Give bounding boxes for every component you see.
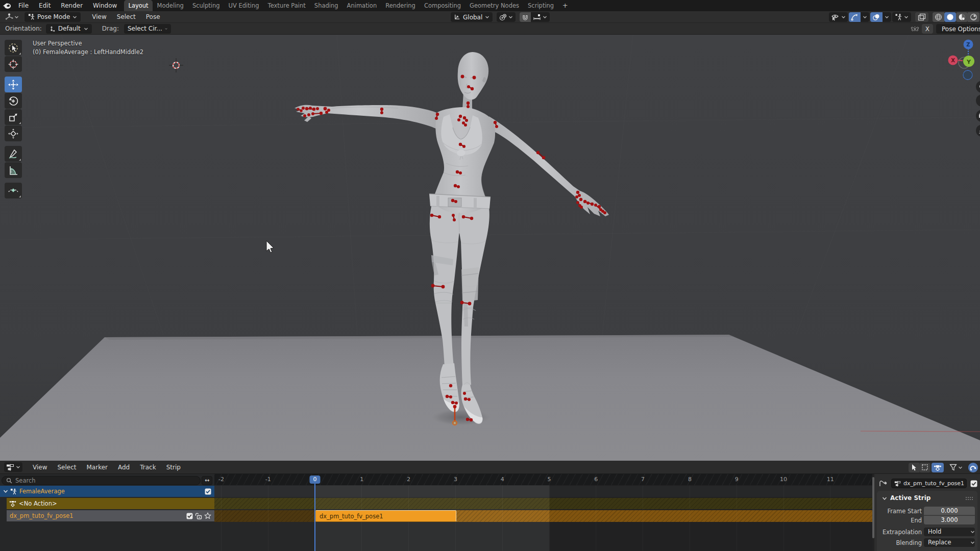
mode-dropdown[interactable]: Pose Mode <box>24 12 81 22</box>
shading-wireframe-button[interactable] <box>933 12 944 22</box>
nla-strip[interactable]: dx_pm_tuto_fv_pose1 <box>315 510 456 522</box>
tab-sculpting[interactable]: Sculpting <box>188 0 224 11</box>
lock-open-icon[interactable] <box>195 513 202 519</box>
panel-grip-icon[interactable] <box>965 496 973 500</box>
tab-compositing[interactable]: Compositing <box>420 0 465 11</box>
show-gizmo-toggle[interactable] <box>849 12 861 22</box>
menu-select[interactable]: Select <box>112 13 141 20</box>
show-object-types-dropdown[interactable] <box>829 12 848 22</box>
chevron-down-icon <box>863 15 867 19</box>
show-overlays-toggle[interactable] <box>870 12 883 22</box>
nla-menu-view[interactable]: View <box>28 464 52 471</box>
nla-menu-add[interactable]: Add <box>113 464 135 471</box>
tab-uv-editing[interactable]: UV Editing <box>224 0 263 11</box>
nla-menu-strip[interactable]: Strip <box>161 464 186 471</box>
snap-curve-icon <box>970 464 976 471</box>
nla-channels-panel: Search ↔ FemaleAverage <box>0 474 214 551</box>
tool-scale[interactable] <box>5 109 22 125</box>
shading-solid-button[interactable] <box>944 12 956 22</box>
extrapolation-dropdown[interactable]: Hold <box>924 528 975 536</box>
nla-filter-dropdown[interactable] <box>948 463 964 472</box>
tab-geometry-nodes[interactable]: Geometry Nodes <box>465 0 524 11</box>
select-box-icon <box>921 464 928 471</box>
tab-layout[interactable]: Layout <box>124 0 153 11</box>
current-frame-badge[interactable]: 0 <box>310 475 321 484</box>
blender-logo-icon[interactable] <box>0 0 13 11</box>
tool-breakdowner[interactable] <box>5 183 22 198</box>
navigation-gizmo[interactable]: Z X Y <box>939 35 980 121</box>
menu-render[interactable]: Render <box>56 0 88 11</box>
star-icon[interactable] <box>204 512 211 519</box>
panel-collapse-chevron[interactable] <box>882 496 887 501</box>
orientation-dropdown[interactable]: Default <box>46 24 92 34</box>
gizmo-dropdown[interactable] <box>861 12 869 22</box>
viewport-3d[interactable]: User Perspective (0) FemaleAverage : Lef… <box>0 35 980 461</box>
animdata-icon <box>879 480 888 488</box>
nla-menu-select[interactable]: Select <box>52 464 81 471</box>
tab-rendering[interactable]: Rendering <box>381 0 420 11</box>
nla-menu-track[interactable]: Track <box>135 464 161 471</box>
menu-pose[interactable]: Pose <box>141 13 165 20</box>
mirror-butterfly-icon <box>911 25 919 33</box>
menu-window[interactable]: Window <box>88 0 122 11</box>
nla-menu-marker[interactable]: Marker <box>82 464 113 471</box>
tab-shading[interactable]: Shading <box>310 0 342 11</box>
end-input[interactable]: 3.000 <box>924 516 975 524</box>
playhead[interactable] <box>314 477 315 551</box>
tool-rotate[interactable] <box>5 93 22 109</box>
track-enable-checkbox[interactable] <box>186 513 193 519</box>
nla-markers-toggle[interactable] <box>932 463 944 472</box>
tool-move[interactable] <box>5 77 22 92</box>
nla-snapping-button[interactable] <box>968 463 978 472</box>
mirror-x-toggle[interactable]: X <box>922 24 933 34</box>
tool-cursor[interactable] <box>5 56 22 72</box>
overlays-icon <box>872 14 880 21</box>
nla-timeline[interactable]: dx_pm_tuto_fv_pose1 -2 -1 1 2 3 4 5 6 7 … <box>214 474 872 551</box>
nla-header: View Select Marker Add Track Strip <box>0 461 980 474</box>
nla-editor-type-button[interactable] <box>4 462 22 472</box>
nla-select-box-button[interactable] <box>919 463 930 472</box>
tab-animation[interactable]: Animation <box>342 0 381 11</box>
nla-tweak-button[interactable] <box>909 463 919 472</box>
expand-chevron-icon[interactable] <box>3 489 8 494</box>
strip-name-field[interactable]: dx_pm_tuto_fv_pose1 <box>891 479 967 488</box>
tab-scripting[interactable]: Scripting <box>524 0 558 11</box>
shading-material-button[interactable] <box>956 12 968 22</box>
tab-texture-paint[interactable]: Texture Paint <box>263 0 310 11</box>
transform-orientation-dropdown[interactable]: Global <box>451 12 493 22</box>
blending-dropdown[interactable]: Replace <box>924 538 975 547</box>
nla-search-input[interactable]: Search <box>2 476 201 485</box>
tool-annotate[interactable] <box>5 146 22 162</box>
channel-expand-button[interactable]: ↔ <box>202 476 212 485</box>
menu-file[interactable]: File <box>13 0 34 11</box>
overlays-dropdown[interactable] <box>883 12 891 22</box>
frame-start-input[interactable]: 0.000 <box>924 507 975 515</box>
drag-dropdown[interactable]: Select Cir... <box>124 24 171 34</box>
nla-channel-no-action[interactable]: <No Action> <box>7 498 214 509</box>
frame-tick: 7 <box>641 476 645 483</box>
tab-modeling[interactable]: Modeling <box>153 0 188 11</box>
nla-channel-femaleaverage[interactable]: FemaleAverage <box>0 486 214 497</box>
tool-transform[interactable] <box>5 126 22 141</box>
tool-measure[interactable] <box>5 162 22 178</box>
frame-tick: 9 <box>735 476 739 483</box>
add-workspace-button[interactable]: + <box>558 0 572 11</box>
editor-type-button[interactable] <box>4 12 20 22</box>
pivot-point-dropdown[interactable] <box>497 12 516 22</box>
nla-track-dx-pm-tuto[interactable]: dx_pm_tuto_fv_pose1 <box>7 510 214 521</box>
channel-enable-checkbox[interactable] <box>205 488 211 495</box>
orientation-axes-icon <box>454 14 460 20</box>
xray-pose-dropdown[interactable] <box>892 12 911 22</box>
chevron-down-icon <box>84 27 88 31</box>
snap-toggle[interactable] <box>520 12 531 22</box>
pose-options-popover[interactable]: Pose Options <box>936 24 980 34</box>
tool-select-circle[interactable] <box>5 40 22 56</box>
render-region-toggle[interactable] <box>915 12 928 22</box>
shading-rendered-button[interactable] <box>968 12 979 22</box>
pivot-point-icon <box>499 14 507 21</box>
strip-mute-checkbox[interactable] <box>970 480 977 487</box>
menu-view[interactable]: View <box>87 13 111 20</box>
menu-edit[interactable]: Edit <box>34 0 56 11</box>
snap-settings-dropdown[interactable] <box>531 12 550 22</box>
panel-title[interactable]: Active Strip <box>890 494 930 502</box>
